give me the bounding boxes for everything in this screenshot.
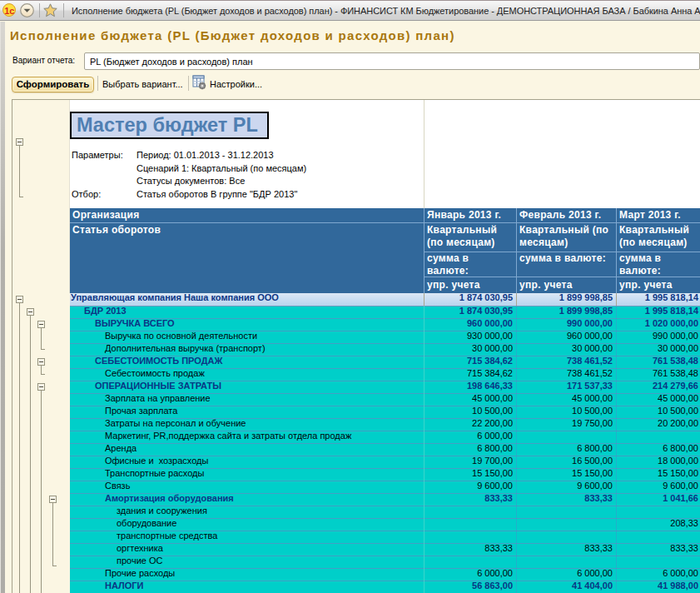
svg-text:1с: 1с — [4, 6, 14, 16]
